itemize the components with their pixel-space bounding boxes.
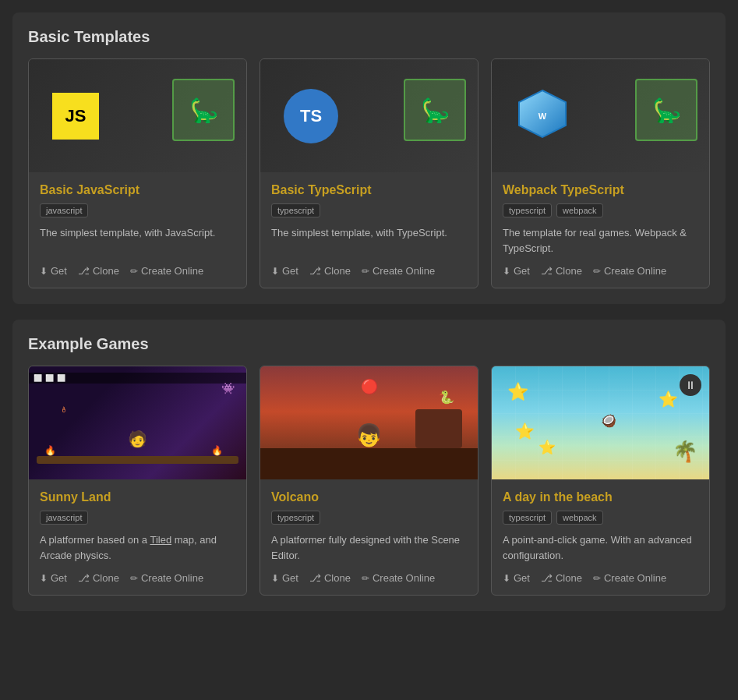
- card-webpack-ts-body: Webpack TypeScript typescript webpack Th…: [492, 172, 709, 288]
- basic-templates-title: Basic Templates: [28, 28, 710, 46]
- example-games-title: Example Games: [28, 335, 710, 353]
- fire-particle: 🕯: [60, 405, 68, 414]
- card-basic-ts-title: Basic TypeScript: [271, 183, 467, 197]
- starfish-4: ⭐: [538, 439, 556, 456]
- js-badge: JS: [52, 93, 99, 140]
- webpack-icon: W: [515, 87, 570, 141]
- card-basic-ts-actions: Get Clone Create Online: [271, 265, 467, 277]
- download-icon: [271, 265, 279, 277]
- download-icon: [271, 572, 279, 584]
- beach-create-online-button[interactable]: Create Online: [593, 572, 666, 584]
- card-webpack-ts: W 🦕 Webpack TypeScript typescript webpac…: [491, 58, 710, 288]
- clone-icon: [541, 265, 553, 277]
- tag-webpack-beach: webpack: [556, 511, 602, 525]
- card-basic-js-title: Basic JavaScript: [40, 183, 235, 197]
- card-beach-image: ⭐ ⭐ ⭐ ⭐ 🥥 🌴 ⏸: [492, 366, 709, 479]
- clone-icon: [78, 265, 90, 277]
- card-webpack-ts-image: W 🦕: [492, 59, 709, 172]
- basic-templates-section: Basic Templates JS 🦕 Basic JavaScript ja…: [12, 12, 726, 304]
- clone-icon: [309, 265, 321, 277]
- basic-ts-clone-button[interactable]: Clone: [309, 265, 351, 277]
- create-online-icon: [362, 265, 369, 277]
- volcano-ground: [260, 448, 478, 479]
- card-basic-ts-tags: typescript: [271, 203, 467, 217]
- create-online-icon: [593, 572, 601, 584]
- tag-typescript: typescript: [271, 203, 320, 217]
- torch-right: 🔥: [211, 445, 223, 456]
- clone-icon: [78, 572, 90, 584]
- webpack-ts-get-button[interactable]: Get: [503, 265, 530, 277]
- dino-decoration: 🦕: [172, 79, 235, 141]
- tag-typescript-2: typescript: [503, 203, 552, 217]
- torch-left: 🔥: [44, 445, 56, 456]
- basic-ts-create-online-button[interactable]: Create Online: [362, 265, 435, 277]
- starfish-1: ⭐: [507, 382, 528, 402]
- basic-ts-get-button[interactable]: Get: [271, 265, 298, 277]
- sunny-land-get-button[interactable]: Get: [40, 572, 67, 584]
- sunny-details: ⬜⬜⬜ 🔥 🔥 🧑 👾 🕯: [29, 366, 246, 479]
- card-volcano-desc: A platformer fully designed with the Sce…: [271, 532, 467, 563]
- card-basic-ts-desc: The simplest template, with TypeScript.: [271, 225, 467, 256]
- volcano-scene: 👦 🔴 🐍: [260, 366, 478, 479]
- card-basic-ts-image: TS 🦕: [260, 59, 478, 172]
- card-sunny-land-body: Sunny Land javascript A platformer based…: [29, 479, 246, 595]
- platform: [37, 456, 238, 464]
- card-sunny-land-title: Sunny Land: [40, 490, 235, 504]
- projectile: 🔴: [361, 378, 378, 395]
- volcano-get-button[interactable]: Get: [271, 572, 298, 584]
- tag-javascript: javascript: [40, 203, 88, 217]
- player-volcano: 👦: [355, 422, 383, 448]
- card-basic-js-tags: javascript: [40, 203, 235, 217]
- card-webpack-ts-desc: The template for real games. Webpack & T…: [503, 225, 698, 256]
- platform-obj: [415, 409, 462, 448]
- sunny-land-clone-button[interactable]: Clone: [78, 572, 119, 584]
- card-volcano-actions: Get Clone Create Online: [271, 572, 467, 584]
- webpack-badge-container: W: [515, 87, 570, 144]
- card-volcano: 👦 🔴 🐍 Volcano typescript A platformer fu…: [260, 366, 478, 596]
- tiled-link[interactable]: Tiled: [150, 534, 171, 546]
- create-online-icon: [130, 265, 138, 277]
- card-sunny-land-image: ⬜⬜⬜ 🔥 🔥 🧑 👾 🕯: [29, 366, 246, 479]
- starfish-2: ⭐: [659, 390, 678, 408]
- webpack-ts-create-online-button[interactable]: Create Online: [593, 265, 666, 277]
- snake-enemy: 🐍: [439, 390, 454, 405]
- card-volcano-body: Volcano typescript A platformer fully de…: [260, 479, 478, 595]
- player-char: 🧑: [128, 430, 147, 448]
- sunny-land-create-online-button[interactable]: Create Online: [130, 572, 203, 584]
- card-basic-ts: TS 🦕 Basic TypeScript typescript The sim…: [260, 58, 478, 288]
- card-sunny-land: ⬜⬜⬜ 🔥 🔥 🧑 👾 🕯 Sunny Land javascript A pl…: [28, 366, 247, 596]
- card-beach-desc: A point-and-click game. With an advanced…: [503, 532, 698, 563]
- basic-js-get-button[interactable]: Get: [40, 265, 67, 277]
- card-basic-js-desc: The simplest template, with JavaScript.: [40, 225, 235, 256]
- card-sunny-land-tags: javascript: [40, 511, 235, 525]
- basic-templates-cards: JS 🦕 Basic JavaScript javascript The sim…: [28, 58, 710, 288]
- card-basic-ts-body: Basic TypeScript typescript The simplest…: [260, 172, 478, 288]
- card-volcano-image: 👦 🔴 🐍: [260, 366, 478, 479]
- card-webpack-ts-tags: typescript webpack: [503, 203, 698, 217]
- tag-ts-volcano: typescript: [271, 511, 320, 525]
- create-online-icon: [130, 572, 138, 584]
- basic-js-clone-button[interactable]: Clone: [78, 265, 119, 277]
- card-beach: ⭐ ⭐ ⭐ ⭐ 🥥 🌴 ⏸ A day in the beach typescr…: [491, 366, 710, 596]
- ts-badge: TS: [284, 89, 338, 143]
- beach-scene: ⭐ ⭐ ⭐ ⭐ 🥥 🌴 ⏸: [492, 366, 709, 479]
- download-icon: [503, 265, 510, 277]
- card-basic-js: JS 🦕 Basic JavaScript javascript The sim…: [28, 58, 247, 288]
- card-webpack-ts-title: Webpack TypeScript: [503, 183, 698, 197]
- enemy: 👾: [221, 382, 235, 394]
- card-basic-js-actions: Get Clone Create Online: [40, 265, 235, 277]
- tag-js-sunny: javascript: [40, 511, 88, 525]
- beach-get-button[interactable]: Get: [503, 572, 530, 584]
- card-beach-title: A day in the beach: [503, 490, 698, 504]
- download-icon: [40, 265, 48, 277]
- webpack-ts-clone-button[interactable]: Clone: [541, 265, 582, 277]
- card-sunny-land-desc: A platformer based on a Tiled map, and A…: [40, 532, 235, 563]
- volcano-create-online-button[interactable]: Create Online: [362, 572, 435, 584]
- palm-tree: 🌴: [673, 440, 697, 464]
- card-beach-tags: typescript webpack: [503, 511, 698, 525]
- basic-js-create-online-button[interactable]: Create Online: [130, 265, 203, 277]
- card-beach-actions: Get Clone Create Online: [503, 572, 698, 584]
- download-icon: [40, 572, 48, 584]
- beach-clone-button[interactable]: Clone: [541, 572, 582, 584]
- volcano-clone-button[interactable]: Clone: [309, 572, 351, 584]
